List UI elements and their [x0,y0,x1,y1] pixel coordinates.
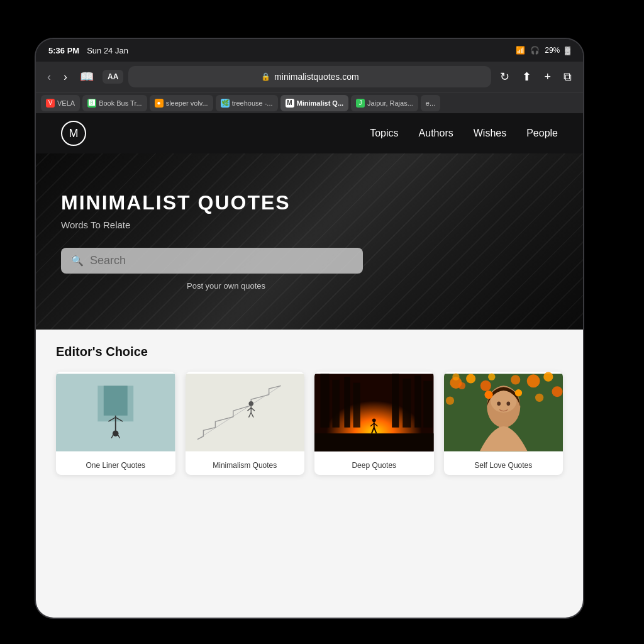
svg-rect-9 [186,374,305,451]
svg-rect-21 [392,374,399,427]
search-input[interactable] [90,254,353,267]
svg-point-40 [535,394,543,402]
svg-point-50 [484,391,492,399]
card-label-selflove: Self Love Quotes [444,456,564,475]
card-label-one-liner: One Liner Quotes [56,456,175,475]
tab-label-treehouse: treehouse -... [232,99,273,107]
svg-point-43 [452,373,459,380]
card-label-deep: Deep Quotes [314,456,434,475]
search-container: 🔍 [61,248,388,274]
post-quotes-link[interactable]: Post your own quotes [187,281,558,291]
card-deep[interactable]: Deep Quotes [314,372,434,475]
svg-point-35 [480,380,491,391]
tab-jaipur[interactable]: J Jaipur, Rajas... [351,95,418,111]
browser-tabs: V VELA 🅱 Book Bus Tr... ● sleeper volv..… [36,92,583,113]
svg-rect-22 [402,379,411,428]
tab-favicon-treehouse: 🌿 [221,99,230,108]
card-img-one-liner [56,372,175,453]
svg-point-10 [248,401,253,406]
card-img-deep [314,372,434,453]
svg-point-39 [552,386,562,397]
nav-wishes[interactable]: Wishes [474,128,506,139]
tab-favicon-sleeper: ● [155,99,164,108]
aa-button[interactable]: AA [103,70,123,84]
status-right: 📶 🎧 29% ▓ [516,46,570,55]
section-title: Editor's Choice [56,345,563,359]
tabs-button[interactable]: ⧉ [560,68,575,86]
back-button[interactable]: ‹ [43,68,55,86]
reload-button[interactable]: ↻ [496,67,513,86]
tab-favicon-jaipur: J [356,99,365,108]
search-bar[interactable]: 🔍 [61,248,363,274]
tab-treehouse[interactable]: 🌿 treehouse -... [216,95,278,111]
editors-choice-section: Editor's Choice [36,330,583,618]
svg-rect-20 [353,383,360,428]
tab-sleeper[interactable]: ● sleeper volv... [150,95,213,111]
site-logo[interactable]: M [61,121,86,146]
tab-favicon-vela: V [46,99,55,108]
svg-point-42 [511,375,520,384]
status-time: 5:36 PM [48,46,79,55]
battery-icon: ▓ [565,46,570,55]
svg-point-51 [514,389,521,396]
website-content: M Topics Authors Wishes People MINIMALIS… [36,113,583,618]
tab-label-jaipur: Jaipur, Rajas... [367,99,413,107]
bookmarks-icon[interactable]: 📖 [76,67,97,86]
lock-icon: 🔒 [261,72,270,81]
card-one-liner[interactable]: One Liner Quotes [56,372,175,475]
svg-point-41 [488,373,495,380]
svg-point-38 [543,372,553,382]
card-minimalism[interactable]: Minimalism Quotes [186,372,305,475]
card-selflove[interactable]: Self Love Quotes [444,372,564,475]
url-text: minimalistquotes.com [274,72,359,82]
tab-label-minimalist: Minimalist Q... [297,99,344,107]
nav-people[interactable]: People [526,128,558,139]
svg-point-37 [526,374,540,387]
status-date: Sun 24 Jan [87,46,128,55]
status-bar: 5:36 PM Sun 24 Jan 📶 🎧 29% ▓ [36,39,583,62]
search-icon: 🔍 [71,255,84,267]
tab-favicon-minimalist: M [286,99,294,108]
svg-point-44 [458,382,465,389]
tab-bookbus[interactable]: 🅱 Book Bus Tr... [82,95,147,111]
forward-button[interactable]: › [60,68,71,86]
wifi-icon: 📶 [516,46,525,55]
browser-chrome: ‹ › 📖 AA 🔒 minimalistquotes.com ↻ ⬆ + ⧉ … [36,62,583,113]
tab-extra[interactable]: e... [421,95,440,111]
svg-rect-17 [320,374,329,427]
hero-subtitle: Words To Relate [61,219,558,230]
hero-content: MINIMALIST QUOTES Words To Relate 🔍 Post… [61,191,558,291]
tab-label-bookbus: Book Bus Tr... [99,99,142,107]
tab-vela[interactable]: V VELA [41,95,80,111]
svg-point-47 [497,401,501,406]
tab-minimalist[interactable]: M Minimalist Q... [280,95,349,111]
browser-toolbar: ‹ › 📖 AA 🔒 minimalistquotes.com ↻ ⬆ + ⧉ [36,62,583,92]
nav-authors[interactable]: Authors [419,128,453,139]
tab-label-vela: VELA [57,99,75,107]
svg-rect-2 [104,386,128,415]
site-nav: M Topics Authors Wishes People [36,113,583,153]
svg-rect-18 [332,380,339,428]
svg-rect-31 [314,433,434,451]
battery-percentage: 29% [545,46,560,55]
svg-rect-19 [344,377,350,428]
new-tab-button[interactable]: + [540,68,555,86]
card-img-minimalism [186,372,305,453]
tablet-device: 5:36 PM Sun 24 Jan 📶 🎧 29% ▓ ‹ › 📖 AA 🔒 … [36,39,583,618]
tab-label-sleeper: sleeper volv... [166,99,208,107]
card-img-selflove [444,372,564,453]
share-button[interactable]: ⬆ [518,67,535,86]
hero-title: MINIMALIST QUOTES [61,191,558,214]
tab-favicon-bookbus: 🅱 [87,99,96,108]
svg-point-34 [466,374,475,383]
cards-grid: One Liner Quotes [56,372,563,475]
svg-point-48 [506,401,510,406]
svg-rect-24 [423,381,432,428]
svg-point-36 [445,396,453,404]
tab-label-extra: e... [426,99,435,107]
address-bar[interactable]: 🔒 minimalistquotes.com [128,66,491,87]
site-nav-links: Topics Authors Wishes People [370,128,558,139]
hero-section: MINIMALIST QUOTES Words To Relate 🔍 Post… [36,153,583,330]
nav-topics[interactable]: Topics [370,128,398,139]
headphone-icon: 🎧 [530,46,540,55]
